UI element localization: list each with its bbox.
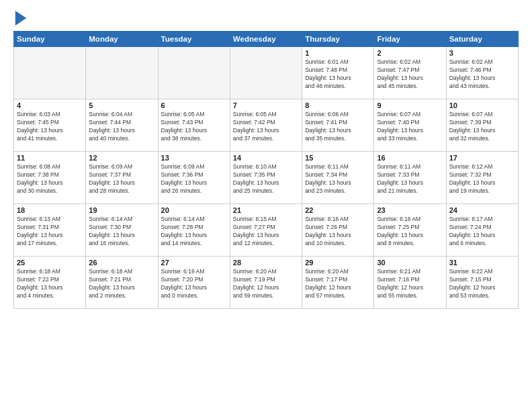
day-number: 3 [449, 49, 515, 57]
cell-text: Sunrise: 6:13 AMSunset: 7:31 PMDaylight:… [17, 216, 83, 248]
weekday-header-friday: Friday [374, 32, 446, 47]
header [13, 11, 519, 26]
day-number: 18 [17, 206, 83, 214]
cell-text: Sunrise: 6:16 AMSunset: 7:25 PMDaylight:… [377, 216, 443, 248]
calendar-cell: 4Sunrise: 6:03 AMSunset: 7:45 PMDaylight… [14, 99, 86, 152]
cell-text: Sunrise: 6:02 AMSunset: 7:46 PMDaylight:… [449, 58, 515, 91]
calendar-cell: 14Sunrise: 6:10 AMSunset: 7:35 PMDayligh… [230, 152, 302, 204]
calendar-cell: 7Sunrise: 6:05 AMSunset: 7:42 PMDaylight… [230, 99, 302, 152]
weekday-header-monday: Monday [86, 32, 158, 47]
day-number: 26 [89, 259, 154, 267]
day-number: 24 [449, 206, 515, 214]
logo [13, 11, 27, 26]
calendar-cell: 21Sunrise: 6:15 AMSunset: 7:27 PMDayligh… [230, 204, 302, 257]
day-number: 20 [161, 206, 227, 214]
cell-text: Sunrise: 6:10 AMSunset: 7:35 PMDaylight:… [233, 163, 299, 195]
calendar-cell [158, 47, 230, 99]
calendar-cell: 12Sunrise: 6:09 AMSunset: 7:37 PMDayligh… [86, 152, 158, 204]
calendar-cell: 31Sunrise: 6:22 AMSunset: 7:15 PMDayligh… [446, 257, 518, 309]
calendar-cell: 13Sunrise: 6:09 AMSunset: 7:36 PMDayligh… [158, 152, 230, 204]
calendar-cell: 11Sunrise: 6:08 AMSunset: 7:38 PMDayligh… [14, 152, 86, 204]
svg-marker-0 [15, 11, 27, 26]
day-number: 12 [89, 154, 154, 162]
day-number: 1 [305, 49, 371, 57]
cell-text: Sunrise: 6:14 AMSunset: 7:30 PMDaylight:… [89, 216, 154, 248]
day-number: 4 [17, 101, 83, 109]
calendar-cell: 1Sunrise: 6:01 AMSunset: 7:48 PMDaylight… [302, 47, 374, 99]
week-row-1: 1Sunrise: 6:01 AMSunset: 7:48 PMDaylight… [14, 47, 519, 99]
day-number: 15 [305, 154, 371, 162]
calendar-cell: 20Sunrise: 6:14 AMSunset: 7:28 PMDayligh… [158, 204, 230, 257]
day-number: 27 [161, 259, 227, 267]
calendar-cell: 25Sunrise: 6:18 AMSunset: 7:22 PMDayligh… [14, 257, 86, 309]
day-number: 19 [89, 206, 154, 214]
day-number: 16 [377, 154, 443, 162]
weekday-header-saturday: Saturday [446, 32, 518, 47]
calendar-cell: 26Sunrise: 6:18 AMSunset: 7:21 PMDayligh… [86, 257, 158, 309]
cell-text: Sunrise: 6:07 AMSunset: 7:39 PMDaylight:… [449, 111, 515, 143]
cell-text: Sunrise: 6:12 AMSunset: 7:32 PMDaylight:… [449, 163, 515, 195]
calendar-cell: 22Sunrise: 6:16 AMSunset: 7:26 PMDayligh… [302, 204, 374, 257]
calendar-cell: 2Sunrise: 6:02 AMSunset: 7:47 PMDaylight… [374, 47, 446, 99]
cell-text: Sunrise: 6:18 AMSunset: 7:22 PMDaylight:… [17, 268, 83, 300]
week-row-5: 25Sunrise: 6:18 AMSunset: 7:22 PMDayligh… [14, 257, 519, 309]
cell-text: Sunrise: 6:20 AMSunset: 7:17 PMDaylight:… [305, 268, 371, 300]
calendar-cell: 15Sunrise: 6:11 AMSunset: 7:34 PMDayligh… [302, 152, 374, 204]
cell-text: Sunrise: 6:11 AMSunset: 7:33 PMDaylight:… [377, 163, 443, 195]
day-number: 5 [89, 101, 154, 109]
cell-text: Sunrise: 6:15 AMSunset: 7:27 PMDaylight:… [233, 216, 299, 248]
calendar-cell: 28Sunrise: 6:20 AMSunset: 7:19 PMDayligh… [230, 257, 302, 309]
day-number: 21 [233, 206, 299, 214]
cell-text: Sunrise: 6:17 AMSunset: 7:24 PMDaylight:… [449, 216, 515, 248]
calendar-cell [230, 47, 302, 99]
cell-text: Sunrise: 6:04 AMSunset: 7:44 PMDaylight:… [89, 111, 154, 143]
calendar-cell: 17Sunrise: 6:12 AMSunset: 7:32 PMDayligh… [446, 152, 518, 204]
weekday-header-sunday: Sunday [14, 32, 86, 47]
page: SundayMondayTuesdayWednesdayThursdayFrid… [0, 0, 532, 411]
cell-text: Sunrise: 6:16 AMSunset: 7:26 PMDaylight:… [305, 216, 371, 248]
cell-text: Sunrise: 6:08 AMSunset: 7:38 PMDaylight:… [17, 163, 83, 195]
cell-text: Sunrise: 6:21 AMSunset: 7:16 PMDaylight:… [377, 268, 443, 300]
weekday-header-tuesday: Tuesday [158, 32, 230, 47]
cell-text: Sunrise: 6:19 AMSunset: 7:20 PMDaylight:… [161, 268, 227, 300]
calendar-cell: 27Sunrise: 6:19 AMSunset: 7:20 PMDayligh… [158, 257, 230, 309]
day-number: 7 [233, 101, 299, 109]
calendar-cell: 3Sunrise: 6:02 AMSunset: 7:46 PMDaylight… [446, 47, 518, 99]
cell-text: Sunrise: 6:06 AMSunset: 7:41 PMDaylight:… [305, 111, 371, 143]
calendar-cell: 18Sunrise: 6:13 AMSunset: 7:31 PMDayligh… [14, 204, 86, 257]
day-number: 23 [377, 206, 443, 214]
cell-text: Sunrise: 6:20 AMSunset: 7:19 PMDaylight:… [233, 268, 299, 300]
cell-text: Sunrise: 6:09 AMSunset: 7:36 PMDaylight:… [161, 163, 227, 195]
week-row-4: 18Sunrise: 6:13 AMSunset: 7:31 PMDayligh… [14, 204, 519, 257]
day-number: 11 [17, 154, 83, 162]
day-number: 29 [305, 259, 371, 267]
cell-text: Sunrise: 6:09 AMSunset: 7:37 PMDaylight:… [89, 163, 154, 195]
week-row-2: 4Sunrise: 6:03 AMSunset: 7:45 PMDaylight… [14, 99, 519, 152]
calendar-cell: 23Sunrise: 6:16 AMSunset: 7:25 PMDayligh… [374, 204, 446, 257]
day-number: 25 [17, 259, 83, 267]
day-number: 30 [377, 259, 443, 267]
cell-text: Sunrise: 6:05 AMSunset: 7:42 PMDaylight:… [233, 111, 299, 143]
cell-text: Sunrise: 6:01 AMSunset: 7:48 PMDaylight:… [305, 58, 371, 91]
cell-text: Sunrise: 6:11 AMSunset: 7:34 PMDaylight:… [305, 163, 371, 195]
calendar-cell: 8Sunrise: 6:06 AMSunset: 7:41 PMDaylight… [302, 99, 374, 152]
calendar-cell: 10Sunrise: 6:07 AMSunset: 7:39 PMDayligh… [446, 99, 518, 152]
day-number: 2 [377, 49, 443, 57]
logo-icon [15, 11, 27, 26]
calendar: SundayMondayTuesdayWednesdayThursdayFrid… [13, 31, 519, 309]
day-number: 31 [449, 259, 515, 267]
week-row-3: 11Sunrise: 6:08 AMSunset: 7:38 PMDayligh… [14, 152, 519, 204]
calendar-cell: 19Sunrise: 6:14 AMSunset: 7:30 PMDayligh… [86, 204, 158, 257]
day-number: 22 [305, 206, 371, 214]
cell-text: Sunrise: 6:07 AMSunset: 7:40 PMDaylight:… [377, 111, 443, 143]
day-number: 13 [161, 154, 227, 162]
day-number: 8 [305, 101, 371, 109]
day-number: 10 [449, 101, 515, 109]
calendar-cell: 30Sunrise: 6:21 AMSunset: 7:16 PMDayligh… [374, 257, 446, 309]
calendar-cell [86, 47, 158, 99]
cell-text: Sunrise: 6:05 AMSunset: 7:43 PMDaylight:… [161, 111, 227, 143]
day-number: 9 [377, 101, 443, 109]
cell-text: Sunrise: 6:18 AMSunset: 7:21 PMDaylight:… [89, 268, 154, 300]
calendar-cell: 5Sunrise: 6:04 AMSunset: 7:44 PMDaylight… [86, 99, 158, 152]
calendar-cell: 24Sunrise: 6:17 AMSunset: 7:24 PMDayligh… [446, 204, 518, 257]
